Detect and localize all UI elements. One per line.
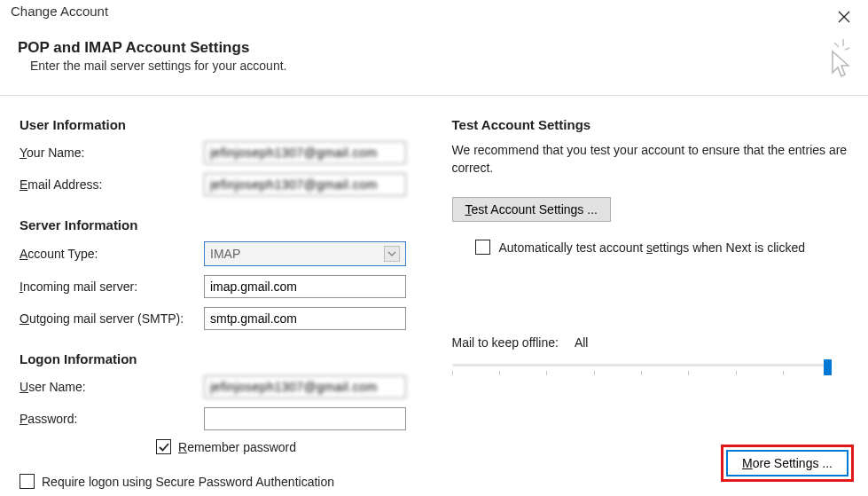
- close-icon: [838, 11, 850, 23]
- username-input[interactable]: [204, 375, 406, 398]
- test-account-settings-button[interactable]: Test Account Settings ...: [452, 197, 611, 222]
- outgoing-server-label: Outgoing mail server (SMTP):: [20, 311, 204, 326]
- logon-information-heading: Logon Information: [20, 351, 417, 366]
- account-type-select: IMAP: [204, 241, 406, 266]
- your-name-input[interactable]: [204, 141, 406, 164]
- email-address-input[interactable]: [204, 173, 406, 196]
- mail-offline-slider[interactable]: [452, 358, 832, 380]
- spa-label: Require logon using Secure Password Auth…: [42, 475, 334, 489]
- auto-test-label: Automatically test account settings when…: [499, 240, 806, 256]
- account-type-label: Account Type:: [20, 247, 204, 261]
- close-button[interactable]: [831, 4, 857, 30]
- user-information-heading: User Information: [20, 117, 417, 132]
- page-subtitle: Enter the mail server settings for your …: [18, 59, 286, 73]
- slider-thumb[interactable]: [824, 359, 832, 375]
- remember-password-label: Remember password: [178, 440, 296, 454]
- spa-checkbox[interactable]: [20, 474, 35, 489]
- remember-password-checkbox[interactable]: [156, 439, 171, 454]
- more-settings-button[interactable]: More Settings ...: [726, 450, 848, 476]
- more-settings-highlight: More Settings ...: [721, 445, 854, 482]
- test-account-description: We recommend that you test your account …: [452, 141, 849, 177]
- wizard-cursor-icon: [820, 39, 850, 81]
- svg-line-3: [834, 43, 839, 47]
- chevron-down-icon: [384, 246, 400, 262]
- svg-line-4: [845, 48, 849, 50]
- server-information-heading: Server Information: [20, 217, 417, 232]
- mail-offline-label: Mail to keep offline:: [452, 335, 559, 350]
- auto-test-checkbox[interactable]: [475, 240, 490, 255]
- page-title: POP and IMAP Account Settings: [18, 39, 286, 57]
- password-input[interactable]: [204, 407, 406, 430]
- incoming-server-label: Incoming mail server:: [20, 279, 204, 294]
- username-label: User Name:: [20, 380, 204, 394]
- window-title: Change Account: [11, 4, 108, 19]
- check-icon: [159, 442, 169, 453]
- incoming-server-input[interactable]: [204, 275, 406, 298]
- outgoing-server-input[interactable]: [204, 307, 406, 330]
- test-account-heading: Test Account Settings: [452, 117, 849, 132]
- email-address-label: Email Address:: [20, 177, 204, 192]
- password-label: Password:: [20, 412, 204, 426]
- mail-offline-value: All: [575, 335, 589, 350]
- your-name-label: Your Name:: [20, 146, 204, 160]
